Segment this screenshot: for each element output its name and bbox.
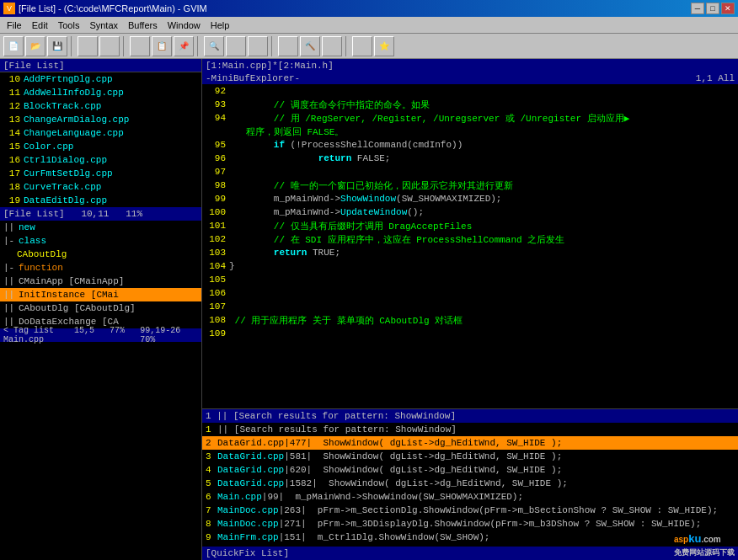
- code-text: // 在 SDI 应用程序中，这应在 ProcessShellCommand 之…: [229, 233, 738, 246]
- tag-item-cmainapp[interactable]: || CMainApp [CMainApp]: [0, 275, 201, 288]
- code-text: }: [229, 261, 738, 271]
- file-item[interactable]: 17 CurFmtSetDlg.cpp: [0, 167, 201, 180]
- search-result-1[interactable]: 1 || [Search results for pattern: ShowWi…: [202, 423, 738, 436]
- menu-tools[interactable]: Tools: [53, 19, 85, 32]
- menu-help[interactable]: Help: [206, 19, 235, 32]
- find-replace-button[interactable]: ⇄: [226, 36, 246, 56]
- file-item[interactable]: 18 CurveTrack.cpp: [0, 180, 201, 194]
- search-result-5[interactable]: 5 DataGrid.cpp |1582| ShowWindow( dgList…: [202, 477, 738, 490]
- new-file-button[interactable]: 📄: [3, 36, 24, 56]
- file-num: 13: [3, 115, 20, 125]
- file-item[interactable]: 14 ChangeLanguage.cpp: [0, 126, 201, 140]
- code-line: 97: [202, 165, 738, 179]
- search-num: 4: [206, 465, 216, 475]
- tag-item-new[interactable]: || new: [0, 221, 201, 234]
- minimize-button[interactable]: ─: [691, 3, 704, 14]
- code-text: // 唯一的一个窗口已初始化，因此显示它并对其进行更新: [229, 179, 738, 192]
- code-area[interactable]: 92 93 // 调度在命令行中指定的命令。如果 94 // 用 /RegSer…: [202, 84, 738, 408]
- line-num: 99: [202, 194, 229, 204]
- search-line: |263| pFrm->m_SectionDlg.ShowWindow(pFrm…: [279, 505, 719, 515]
- build-button[interactable]: 🔨: [300, 36, 320, 56]
- editor-tab-bar: [1:Main.cpp]*[2:Main.h]: [202, 59, 738, 72]
- search-results[interactable]: 1 || [Search results for pattern: ShowWi…: [202, 423, 738, 547]
- code-line: 107: [202, 300, 738, 313]
- line-num: 108: [202, 315, 229, 325]
- tag-item-function[interactable]: |- function: [0, 261, 201, 275]
- file-item[interactable]: 12 BlockTrack.cpp: [0, 99, 201, 113]
- file-item[interactable]: 13 ChangeArmDialog.cpp: [0, 113, 201, 126]
- tag-marker: ||: [3, 222, 17, 232]
- compile-button[interactable]: ⚙: [278, 36, 298, 56]
- search-num: 8: [206, 519, 216, 529]
- paste-button[interactable]: 📌: [174, 36, 194, 56]
- menu-edit[interactable]: Edit: [27, 19, 53, 32]
- line-num: 92: [202, 86, 229, 96]
- file-list[interactable]: 10 AddPFrtngDlg.cpp 11 AddWellInfoDlg.cp…: [0, 72, 201, 207]
- menu-bar: File Edit Tools Syntax Buffers Window He…: [0, 17, 738, 34]
- file-name: CurveTrack.cpp: [24, 182, 101, 192]
- code-text: m_pMainWnd->UpdateWindow();: [229, 207, 738, 217]
- tag-item-initinstance[interactable]: || InitInstance [CMai: [0, 288, 201, 301]
- file-num: 16: [3, 155, 20, 165]
- close-button[interactable]: ✕: [721, 3, 735, 14]
- search-result-8[interactable]: 8 MainDoc.cpp |271| pFrm->m_3DDisplayDlg…: [202, 517, 738, 531]
- file-item[interactable]: 19 DataEditDlg.cpp: [0, 194, 201, 207]
- search-result-2[interactable]: 2 DataGrid.cpp |477| ShowWindow( dgList-…: [202, 436, 738, 450]
- copy-button[interactable]: 📋: [152, 36, 172, 56]
- search-file: DataGrid.cpp: [217, 478, 284, 488]
- menu-syntax[interactable]: Syntax: [84, 19, 123, 32]
- file-name: Ctrl1Dialog.cpp: [24, 155, 107, 165]
- window-controls[interactable]: ─ □ ✕: [691, 3, 735, 14]
- line-num: 104: [202, 261, 229, 271]
- search-file: DataGrid.cpp: [217, 438, 284, 448]
- search-result-7[interactable]: 7 MainDoc.cpp |263| pFrm->m_SectionDlg.S…: [202, 504, 738, 517]
- search-result-4[interactable]: 4 DataGrid.cpp |620| ShowWindow( dgList-…: [202, 463, 738, 477]
- tag-header-text: [File List] 10,11 11%: [3, 209, 142, 219]
- code-line: 104 }: [202, 259, 738, 273]
- menu-buffers[interactable]: Buffers: [123, 19, 163, 32]
- code-text: // 用 /RegServer, /Register, /Unregserver…: [229, 112, 738, 125]
- file-item[interactable]: 15 Color.cpp: [0, 140, 201, 153]
- code-line: 103 return TRUE;: [202, 246, 738, 259]
- extra-button[interactable]: ⭐: [374, 36, 394, 56]
- menu-window[interactable]: Window: [163, 19, 206, 32]
- help-button[interactable]: ?: [352, 36, 372, 56]
- file-num: 17: [3, 168, 20, 179]
- find-button[interactable]: 🔍: [204, 36, 224, 56]
- code-line: 109: [202, 327, 738, 340]
- line-num: 107: [202, 301, 229, 312]
- line-num: 95: [202, 140, 229, 150]
- file-item[interactable]: 10 AddPFrtngDlg.cpp: [0, 72, 201, 86]
- code-line: 106: [202, 286, 738, 300]
- search-result-3[interactable]: 3 DataGrid.cpp |581| ShowWindow( dgList-…: [202, 450, 738, 463]
- tag-name: CMainApp [CMainApp]: [19, 276, 124, 286]
- code-text: // 用于应用程序 关于 菜单项的 CAboutDlg 对话框: [229, 314, 738, 327]
- search-result-9[interactable]: 9 MainFrm.cpp |151| m_Ctrl1Dlg.ShowWindo…: [202, 531, 738, 544]
- run-button[interactable]: ▶: [322, 36, 342, 56]
- file-num: 19: [3, 195, 20, 205]
- open-file-button[interactable]: 📂: [25, 36, 45, 56]
- tag-item-class[interactable]: |- class: [0, 234, 201, 248]
- file-item[interactable]: 11 AddWellInfoDlg.cpp: [0, 86, 201, 99]
- undo-button[interactable]: ↩: [78, 36, 98, 56]
- tag-name: CAboutDlg [CAboutDlg]: [19, 303, 136, 313]
- file-name: ChangeArmDialog.cpp: [24, 115, 129, 125]
- tag-item-class-name[interactable]: CAboutDlg: [0, 248, 201, 261]
- left-panel: [File List] 10 AddPFrtngDlg.cpp 11 AddWe…: [0, 59, 202, 560]
- file-item[interactable]: 16 Ctrl1Dialog.cpp: [0, 153, 201, 167]
- line-num: 109: [202, 328, 229, 339]
- tag-name: InitInstance [CMai: [19, 290, 119, 300]
- cut-button[interactable]: ✂: [130, 36, 150, 56]
- tag-marker: |-: [3, 236, 17, 246]
- find-files-button[interactable]: 🗂: [248, 36, 268, 56]
- search-line: |99| m_pMainWnd->ShowWindow(SW_SHOWMAXIM…: [262, 492, 523, 502]
- redo-button[interactable]: ↪: [99, 36, 120, 56]
- quickfix-header: [QuickFix List]: [202, 547, 738, 560]
- save-file-button[interactable]: 💾: [47, 36, 67, 56]
- menu-file[interactable]: File: [2, 19, 27, 32]
- maximize-button[interactable]: □: [706, 3, 719, 14]
- tag-item-caboutdlg[interactable]: || CAboutDlg [CAboutDlg]: [0, 301, 201, 315]
- search-result-6[interactable]: 6 Main.cpp |99| m_pMainWnd->ShowWindow(S…: [202, 490, 738, 504]
- tag-list[interactable]: || new |- class CAboutDlg |- function ||…: [0, 221, 201, 328]
- file-name: AddPFrtngDlg.cpp: [24, 74, 113, 84]
